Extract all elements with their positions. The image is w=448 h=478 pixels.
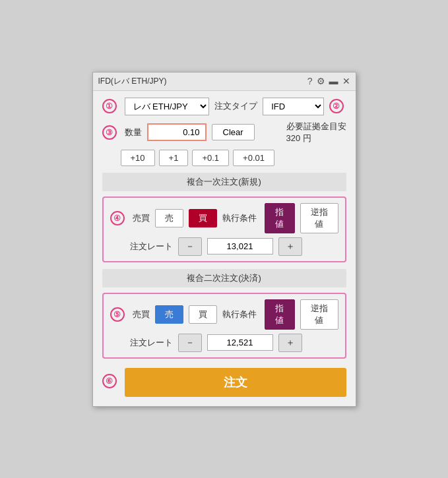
secondary-minus-button[interactable]: － — [178, 334, 202, 352]
order-btn-row: ⑥ 注文 — [102, 365, 346, 397]
circle-5: ⑤ — [110, 307, 125, 322]
help-icon[interactable]: ? — [307, 76, 313, 86]
qty-plus01-button[interactable]: +0.1 — [192, 150, 229, 166]
clear-button[interactable]: Clear — [212, 124, 255, 140]
order-button[interactable]: 注文 — [125, 368, 346, 397]
qty-input[interactable] — [147, 123, 207, 141]
primary-gyaku-button[interactable]: 逆指値 — [300, 203, 338, 233]
qty-plus10-button[interactable]: +10 — [121, 150, 155, 166]
secondary-order-box: ⑤ 売買 売 買 執行条件 指値 逆指値 注文レート － ＋ — [102, 293, 346, 359]
primary-sell-button[interactable]: 売 — [155, 209, 183, 227]
minimize-icon[interactable]: ▬ — [329, 76, 338, 86]
circle-2: ② — [329, 99, 344, 113]
circle-1: ① — [102, 99, 117, 113]
primary-rate-label: 注文レート — [130, 241, 173, 253]
circle-4: ④ — [110, 211, 125, 225]
margin-value: 320 円 — [286, 133, 311, 144]
primary-section-label: 複合一次注文(新規) — [102, 173, 346, 191]
primary-rate-input[interactable] — [207, 238, 273, 254]
primary-plus-button[interactable]: ＋ — [278, 237, 302, 256]
primary-minus-button[interactable]: － — [178, 237, 202, 256]
order-type-select[interactable]: IFD OCO IFO — [263, 98, 323, 115]
primary-buy-button[interactable]: 買 — [189, 209, 217, 227]
circle-6: ⑥ — [102, 374, 117, 388]
close-icon[interactable]: ✕ — [342, 76, 350, 86]
quantity-row: ③ 数量 Clear 必要証拠金目安 320 円 — [102, 121, 346, 144]
secondary-sell-button[interactable]: 売 — [155, 305, 183, 324]
primary-shitchi-button[interactable]: 指値 — [265, 203, 296, 233]
secondary-exec-label: 執行条件 — [222, 309, 257, 320]
secondary-section-label: 複合二次注文(決済) — [102, 269, 346, 287]
secondary-rate-label: 注文レート — [130, 337, 173, 349]
secondary-sell-buy-label: 売買 — [133, 309, 150, 320]
secondary-rate-input[interactable] — [207, 334, 273, 351]
circle-3: ③ — [102, 125, 117, 140]
order-type-label: 注文タイプ — [214, 100, 257, 112]
primary-rate-row: 注文レート － ＋ — [110, 237, 338, 256]
window-title: IFD(レバ ETH/JPY) — [98, 76, 167, 87]
secondary-buy-button[interactable]: 買 — [189, 305, 217, 324]
qty-plus1-button[interactable]: +1 — [159, 150, 189, 166]
qty-plus001-button[interactable]: +0.01 — [233, 150, 274, 166]
secondary-sell-buy-row: ⑤ 売買 売 買 執行条件 指値 逆指値 — [110, 299, 338, 330]
title-bar-icons: ? ⚙ ▬ ✕ — [307, 76, 350, 86]
symbol-ordertype-row: ① レバ ETH/JPY 注文タイプ IFD OCO IFO ② — [102, 98, 346, 115]
primary-sell-buy-row: ④ 売買 売 買 執行条件 指値 逆指値 — [110, 203, 338, 233]
main-window: IFD(レバ ETH/JPY) ? ⚙ ▬ ✕ ① レバ ETH/JPY 注文タ… — [92, 72, 356, 407]
title-bar: IFD(レバ ETH/JPY) ? ⚙ ▬ ✕ — [93, 73, 356, 91]
secondary-plus-button[interactable]: ＋ — [278, 334, 302, 352]
symbol-select[interactable]: レバ ETH/JPY — [125, 98, 210, 115]
margin-area: 必要証拠金目安 320 円 — [286, 121, 346, 144]
primary-sell-buy-label: 売買 — [133, 212, 150, 224]
qty-label: 数量 — [125, 127, 142, 138]
margin-label: 必要証拠金目安 — [286, 121, 346, 133]
qty-buttons-row: +10 +1 +0.1 +0.01 — [102, 150, 346, 166]
content-area: ① レバ ETH/JPY 注文タイプ IFD OCO IFO ② ③ 数量 Cl… — [93, 91, 356, 406]
secondary-shitchi-button[interactable]: 指値 — [265, 299, 296, 330]
gear-icon[interactable]: ⚙ — [317, 76, 325, 86]
primary-order-box: ④ 売買 売 買 執行条件 指値 逆指値 注文レート － ＋ — [102, 196, 346, 262]
secondary-gyaku-button[interactable]: 逆指値 — [300, 299, 338, 330]
secondary-rate-row: 注文レート － ＋ — [110, 334, 338, 352]
primary-exec-label: 執行条件 — [222, 212, 257, 224]
